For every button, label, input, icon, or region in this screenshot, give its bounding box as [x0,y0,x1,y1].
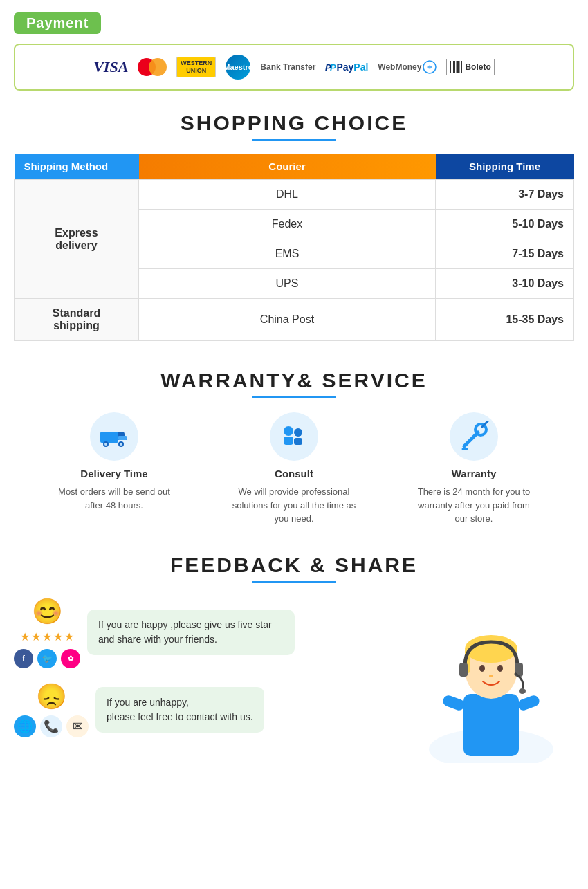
star-1: ★ [20,630,30,643]
shopping-title-underline [252,139,336,141]
webmoney-logo: WebMoney [378,60,437,74]
maestro-circle: Maestro [226,55,250,80]
flickr-btn[interactable]: ✿ [61,649,80,668]
td-ems: EMS [139,239,436,269]
social-icons-row: f 🐦 ✿ [14,649,80,668]
svg-point-7 [104,443,107,446]
barcode-icon [450,61,462,73]
table-row: Standard shipping China Post 15-35 Days [15,299,574,341]
unhappy-emoji: 😞 [36,682,67,711]
webmoney-text: WebMoney [378,62,421,72]
mc-orange-circle [149,58,167,76]
td-fedex: Fedex [139,210,436,239]
shopping-section: SHOPPING CHOICE Shipping Method Courier … [0,98,588,348]
th-courier: Courier [139,154,436,180]
svg-point-12 [294,428,302,437]
td-ups: UPS [139,269,436,299]
svg-point-10 [284,426,293,436]
warranty-icons-row: Delivery Time Most orders will be send o… [14,412,574,526]
star-4: ★ [53,630,63,643]
western-union-box: WESTERNUNION [176,57,216,77]
feedback-content: 😊 ★ ★ ★ ★ ★ f 🐦 ✿ [14,597,574,763]
boleto-text: Boleto [465,62,490,72]
td-china-post-time: 15-35 Days [436,299,574,341]
payment-methods-box: VISA WESTERNUNION Maestro Bank Transfer … [14,44,574,91]
feedback-title-underline [252,581,336,583]
truck-icon [99,426,129,447]
th-shipping-method: Shipping Method [15,154,139,180]
td-ems-time: 7-15 Days [436,239,574,269]
paypal-text: Pay [336,62,353,73]
svg-point-25 [497,665,503,672]
warranty-warranty-block: Warranty There is 24 month for you to wa… [412,412,536,526]
facebook-btn[interactable]: f [14,649,33,668]
twitter-btn[interactable]: 🐦 [37,649,57,668]
svg-point-9 [120,443,122,446]
svg-rect-5 [118,436,127,440]
contact-icons-row: 🌐 📞 ✉ [14,715,89,737]
feedback-left: 😊 ★ ★ ★ ★ ★ f 🐦 ✿ [14,597,408,751]
td-fedex-time: 5-10 Days [436,210,574,239]
shipping-table: Shipping Method Courier Shipping Time Ex… [14,154,574,341]
western-union-logo: WESTERNUNION [176,57,216,77]
warranty-icon-circle [450,412,498,461]
webmoney-icon [423,60,437,74]
visa-logo: VISA [93,58,128,76]
happy-emoji: 😊 [32,597,63,626]
feedback-happy-row: 😊 ★ ★ ★ ★ ★ f 🐦 ✿ [14,597,408,668]
consult-icon [279,423,309,450]
paypal-text2: Pal [353,62,368,73]
payment-section: Payment VISA WESTERNUNION Maestro Bank T… [0,0,588,98]
delivery-icon-circle [90,412,138,461]
svg-point-26 [489,675,493,677]
visa-text: VISA [93,58,128,76]
table-row: Express delivery DHL 3-7 Days [15,180,574,210]
svg-rect-30 [441,694,466,712]
svg-text:P: P [330,62,336,73]
feedback-right [408,597,574,763]
warranty-label: Warranty [452,468,496,479]
cs-person-illustration [415,597,567,763]
payment-badge: Payment [14,12,101,34]
svg-rect-31 [516,694,541,712]
warranty-consult-block: Consult We will provide professional sol… [232,412,356,526]
delivery-desc: Most orders will be send out after 48 ho… [52,485,176,512]
feedback-unhappy-row: 😞 🌐 📞 ✉ If you are unhappy, please feel … [14,682,408,737]
paypal-icon: P P [325,61,336,73]
td-standard-shipping: Standard shipping [15,299,139,341]
warranty-delivery-block: Delivery Time Most orders will be send o… [52,412,176,526]
td-china-post: China Post [139,299,436,341]
warranty-title: WARRANTY& SERVICE [14,369,574,392]
consult-desc: We will provide professional solutions f… [232,485,356,526]
bank-transfer-logo: Bank Transfer [260,62,315,72]
unhappy-message-bubble: If you are unhappy, please feel free to … [95,687,264,733]
shopping-title: SHOPPING CHOICE [14,111,574,135]
star-2: ★ [31,630,41,643]
svg-point-29 [519,688,526,694]
td-ups-time: 3-10 Days [436,269,574,299]
mastercard-logo [138,58,167,76]
phone-icon[interactable]: 📞 [40,715,62,737]
wrench-icon [459,421,489,452]
bank-transfer-text: Bank Transfer [260,62,315,72]
star-3: ★ [42,630,52,643]
svg-point-24 [479,665,485,672]
svg-rect-11 [284,437,293,445]
consult-label: Consult [275,468,313,479]
maestro-logo: Maestro [226,55,250,80]
feedback-section: FEEDBACK & SHARE 😊 ★ ★ ★ ★ ★ [0,547,588,777]
boleto-logo: Boleto [446,59,494,75]
svg-rect-19 [463,694,519,756]
svg-rect-27 [459,663,468,677]
feedback-title: FEEDBACK & SHARE [14,553,574,577]
globe-icon[interactable]: 🌐 [14,715,36,737]
th-shipping-time: Shipping Time [436,154,574,180]
happy-message-bubble: If you are happy ,please give us five st… [87,610,295,655]
email-icon[interactable]: ✉ [66,715,89,737]
td-dhl-time: 3-7 Days [436,180,574,210]
star-5: ★ [64,630,74,643]
svg-rect-3 [100,432,118,443]
warranty-desc: There is 24 month for you to warranty af… [412,485,536,526]
paypal-logo: P P PayPal [325,61,368,73]
td-dhl: DHL [139,180,436,210]
